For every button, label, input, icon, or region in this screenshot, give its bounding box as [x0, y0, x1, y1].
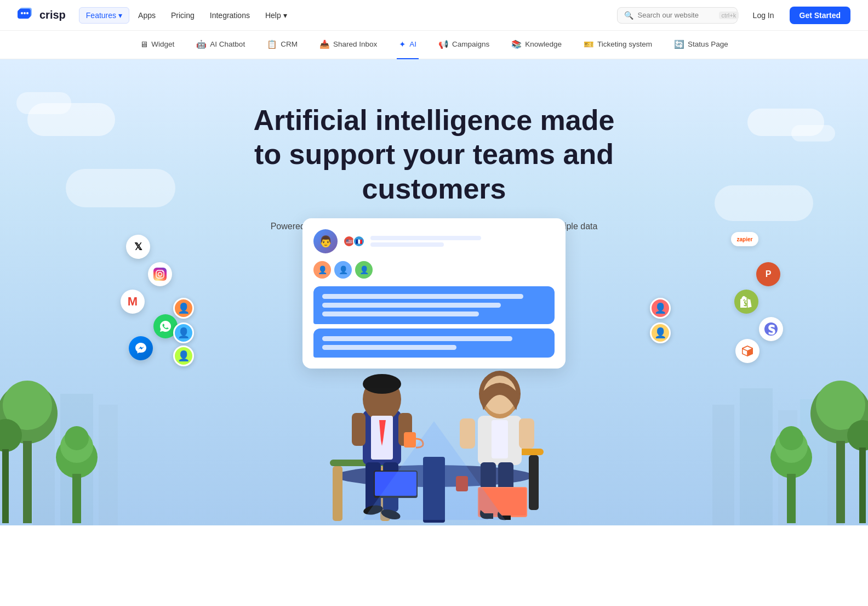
sec-nav-campaigns[interactable]: 📢 Campaigns [436, 31, 492, 59]
chat-avatars-row: 👤 👤 👤 [313, 261, 555, 279]
secondary-nav: 🖥 Widget 🤖 AI Chatbot 📋 CRM 📥 Shared Inb… [0, 31, 868, 59]
sec-nav-ai-chatbot[interactable]: 🤖 AI Chatbot [194, 31, 247, 59]
sec-nav-ai[interactable]: ✦ AI [397, 31, 419, 59]
gmail-icon-float: M [121, 290, 145, 314]
nav-integrations[interactable]: Integrations [203, 8, 256, 23]
login-button[interactable]: Log In [744, 7, 783, 24]
nav-features[interactable]: Features ▾ [79, 7, 129, 24]
svg-point-3 [21, 12, 23, 14]
nav-pricing[interactable]: Pricing [164, 8, 201, 23]
person-avatar-1: 👤 [173, 298, 194, 319]
svg-rect-56 [404, 432, 416, 448]
search-icon: 🔍 [624, 11, 633, 20]
person-avatar-4: 👤 [650, 298, 671, 319]
chat-status-skeleton [370, 242, 444, 247]
nav-right: 🔍 ctrl+k Log In Get Started [617, 7, 850, 24]
chat-bubble-2 [313, 329, 555, 358]
svg-rect-44 [529, 455, 539, 510]
right-trees [769, 304, 868, 525]
svg-rect-10 [740, 388, 773, 525]
svg-point-21 [65, 426, 89, 450]
svg-rect-8 [99, 405, 118, 525]
svg-rect-9 [712, 405, 734, 525]
cloud-6 [715, 185, 813, 221]
person-avatar-2: 👤 [173, 322, 194, 343]
twitter-icon-float: 𝕏 [126, 235, 150, 259]
nav-apps[interactable]: Apps [132, 8, 162, 23]
svg-rect-31 [787, 474, 796, 523]
svg-rect-64 [460, 418, 475, 449]
svg-point-4 [24, 12, 26, 14]
row-avatar-3: 👤 [355, 261, 373, 279]
svg-rect-63 [519, 418, 534, 449]
chat-bubble-1 [313, 286, 555, 324]
campaigns-icon: 📢 [438, 39, 449, 49]
svg-point-35 [162, 271, 163, 272]
cloud-2 [16, 92, 71, 114]
svg-point-49 [363, 374, 401, 394]
knowledge-icon: 📚 [511, 39, 522, 49]
sec-nav-ticketing[interactable]: 🎫 Ticketing system [581, 31, 654, 59]
sec-nav-crm[interactable]: 📋 CRM [265, 31, 300, 59]
hero-section: Artificial intelligence made to support … [0, 59, 868, 525]
logo-icon [18, 8, 35, 23]
svg-rect-18 [2, 449, 9, 523]
row-avatar-1: 👤 [313, 261, 331, 279]
logo[interactable]: crisp [18, 8, 66, 23]
person-avatar-3: 👤 [173, 346, 194, 366]
chat-card: 👨 🇺🇸 🇫🇷 👤 👤 👤 [302, 218, 566, 369]
ai-icon: ✦ [399, 39, 406, 49]
status-page-icon: 🔄 [674, 39, 684, 49]
svg-point-5 [26, 12, 28, 14]
nav-links: Features ▾ Apps Pricing Integrations Hel… [79, 7, 294, 24]
get-started-button[interactable]: Get Started [790, 7, 850, 24]
shopify-logo [734, 290, 758, 314]
cloud-5 [66, 169, 175, 207]
svg-rect-22 [72, 474, 81, 523]
ai-chatbot-icon: 🤖 [196, 39, 207, 49]
producthunt-logo: P [756, 262, 780, 286]
sec-nav-knowledge[interactable]: 📚 Knowledge [509, 31, 564, 59]
hero-title: Artificial intelligence made to support … [242, 103, 626, 206]
magento-logo [735, 339, 760, 363]
stripe-logo [759, 317, 783, 341]
svg-rect-27 [859, 448, 866, 523]
crm-icon: 📋 [267, 39, 277, 49]
svg-rect-65 [492, 420, 508, 458]
widget-icon: 🖥 [140, 39, 148, 49]
search-shortcut: ctrl+k [719, 12, 739, 19]
search-input[interactable] [638, 11, 715, 19]
flag-icons: 🇺🇸 🇫🇷 [343, 235, 365, 247]
person-avatar-5: 👤 [650, 322, 671, 343]
svg-rect-16 [23, 441, 32, 523]
svg-rect-25 [836, 441, 845, 523]
messenger-icon-float [129, 336, 153, 360]
brand-name: crisp [39, 9, 66, 21]
search-bar[interactable]: 🔍 ctrl+k [617, 7, 738, 24]
shared-inbox-icon: 📥 [319, 39, 330, 49]
row-avatar-2: 👤 [334, 261, 352, 279]
svg-point-30 [779, 426, 803, 450]
chat-user-avatar: 👨 [313, 229, 338, 253]
chat-name-skeleton [370, 236, 481, 240]
instagram-icon-float [148, 262, 172, 286]
ticketing-icon: 🎫 [584, 39, 594, 49]
left-trees [0, 304, 99, 525]
svg-rect-40 [333, 466, 342, 521]
svg-rect-46 [352, 413, 366, 446]
zapier-logo: zapier [731, 232, 758, 246]
nav-help[interactable]: Help ▾ [259, 8, 294, 23]
navbar: crisp Features ▾ Apps Pricing Integratio… [0, 0, 868, 31]
sec-nav-shared-inbox[interactable]: 📥 Shared Inbox [317, 31, 379, 59]
sec-nav-status-page[interactable]: 🔄 Status Page [672, 31, 730, 59]
svg-rect-32 [153, 268, 167, 281]
sec-nav-widget[interactable]: 🖥 Widget [138, 31, 176, 59]
cloud-4 [791, 125, 835, 141]
